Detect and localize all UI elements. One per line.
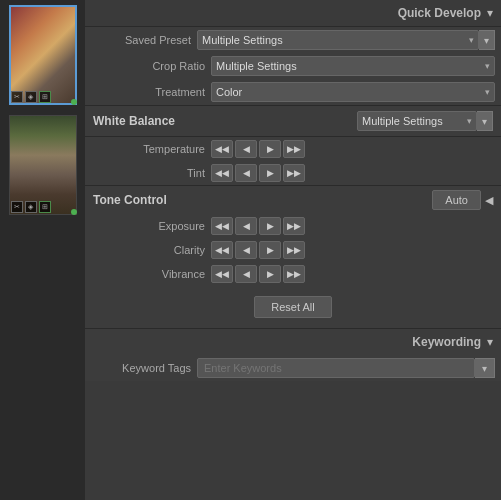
- temperature-prev-btn[interactable]: ◀: [235, 140, 257, 158]
- exposure-row: Exposure ◀◀ ◀ ▶ ▶▶: [85, 214, 501, 238]
- quick-develop-title: Quick Develop: [398, 6, 481, 20]
- badge-icon-1: ◈: [25, 91, 37, 103]
- crop-ratio-value: Multiple Settings: [216, 60, 482, 72]
- exposure-label: Exposure: [105, 220, 205, 232]
- tint-control: ◀◀ ◀ ▶ ▶▶: [211, 164, 495, 182]
- exposure-control: ◀◀ ◀ ▶ ▶▶: [211, 217, 495, 235]
- keywording-header: Keywording ▾: [85, 329, 501, 355]
- tone-control-row: Tone Control Auto ◀: [85, 186, 501, 214]
- white-balance-value: Multiple Settings: [362, 115, 464, 127]
- temperature-prev-prev-btn[interactable]: ◀◀: [211, 140, 233, 158]
- saved-preset-control: Multiple Settings ▾ ▾: [197, 30, 495, 50]
- temperature-control: ◀◀ ◀ ▶ ▶▶: [211, 140, 495, 158]
- clarity-prev-prev-btn[interactable]: ◀◀: [211, 241, 233, 259]
- green-dot-1: [71, 99, 77, 105]
- keyword-tags-control: ▾: [197, 358, 495, 378]
- saved-preset-section: Saved Preset Multiple Settings ▾ ▾ Crop …: [85, 27, 501, 106]
- clarity-row: Clarity ◀◀ ◀ ▶ ▶▶: [85, 238, 501, 262]
- white-balance-dropdown[interactable]: Multiple Settings ▾: [357, 111, 477, 131]
- white-balance-expand-btn[interactable]: ▾: [477, 111, 493, 131]
- white-balance-section: White Balance Multiple Settings ▾ ▾ Temp…: [85, 106, 501, 186]
- clarity-label: Clarity: [105, 244, 205, 256]
- clarity-next-btn[interactable]: ▶: [259, 241, 281, 259]
- exposure-prev-btn[interactable]: ◀: [235, 217, 257, 235]
- exposure-next-btn[interactable]: ▶: [259, 217, 281, 235]
- temperature-next-next-btn[interactable]: ▶▶: [283, 140, 305, 158]
- temperature-row: Temperature ◀◀ ◀ ▶ ▶▶: [85, 137, 501, 161]
- vibrance-next-btn[interactable]: ▶: [259, 265, 281, 283]
- thumbnail-item-2[interactable]: ✂ ◈ ⊞: [9, 115, 77, 215]
- clarity-next-next-btn[interactable]: ▶▶: [283, 241, 305, 259]
- vibrance-prev-btn[interactable]: ◀: [235, 265, 257, 283]
- saved-preset-label: Saved Preset: [91, 34, 191, 46]
- treatment-value: Color: [216, 86, 482, 98]
- temperature-label: Temperature: [105, 143, 205, 155]
- saved-preset-dropdown-arrow: ▾: [469, 35, 474, 45]
- tint-next-btn[interactable]: ▶: [259, 164, 281, 182]
- keyword-tags-row: Keyword Tags ▾: [85, 355, 501, 381]
- clarity-steppers: ◀◀ ◀ ▶ ▶▶: [211, 241, 305, 259]
- exposure-steppers: ◀◀ ◀ ▶ ▶▶: [211, 217, 305, 235]
- white-balance-title-row: White Balance Multiple Settings ▾ ▾: [85, 106, 501, 137]
- vibrance-row: Vibrance ◀◀ ◀ ▶ ▶▶: [85, 262, 501, 286]
- vibrance-prev-prev-btn[interactable]: ◀◀: [211, 265, 233, 283]
- reset-all-container: Reset All: [85, 286, 501, 328]
- tint-label: Tint: [105, 167, 205, 179]
- thumbnail-image-1: [9, 5, 77, 105]
- clarity-control: ◀◀ ◀ ▶ ▶▶: [211, 241, 495, 259]
- temperature-steppers: ◀◀ ◀ ▶ ▶▶: [211, 140, 305, 158]
- crop-icon-1: ✂: [11, 91, 23, 103]
- tone-control-section: Tone Control Auto ◀ Exposure ◀◀ ◀ ▶ ▶▶: [85, 186, 501, 329]
- treatment-dropdown[interactable]: Color ▾: [211, 82, 495, 102]
- vibrance-steppers: ◀◀ ◀ ▶ ▶▶: [211, 265, 305, 283]
- keywording-section: Keywording ▾ Keyword Tags ▾: [85, 329, 501, 381]
- crop-ratio-row: Crop Ratio Multiple Settings ▾: [85, 53, 501, 79]
- tint-row: Tint ◀◀ ◀ ▶ ▶▶: [85, 161, 501, 185]
- exposure-next-next-btn[interactable]: ▶▶: [283, 217, 305, 235]
- thumbnail-item-1[interactable]: ✂ ◈ ⊞: [9, 5, 77, 105]
- treatment-label: Treatment: [105, 86, 205, 98]
- tint-prev-btn[interactable]: ◀: [235, 164, 257, 182]
- tone-control-label: Tone Control: [93, 193, 432, 207]
- quick-develop-header: Quick Develop ▾: [85, 0, 501, 27]
- saved-preset-expand-btn[interactable]: ▾: [479, 30, 495, 50]
- saved-preset-value: Multiple Settings: [202, 34, 466, 46]
- crop-ratio-arrow: ▾: [485, 61, 490, 71]
- vibrance-label: Vibrance: [105, 268, 205, 280]
- adjustment-icon-2: ⊞: [39, 201, 51, 213]
- tone-control-auto-btn[interactable]: Auto: [432, 190, 481, 210]
- keyword-tags-label: Keyword Tags: [91, 362, 191, 374]
- temperature-next-btn[interactable]: ▶: [259, 140, 281, 158]
- saved-preset-dropdown[interactable]: Multiple Settings ▾: [197, 30, 479, 50]
- keyword-tags-expand-btn[interactable]: ▾: [475, 358, 495, 378]
- white-balance-label: White Balance: [93, 114, 357, 128]
- adjustment-icon-1: ⊞: [39, 91, 51, 103]
- vibrance-next-next-btn[interactable]: ▶▶: [283, 265, 305, 283]
- tone-control-expand-arrow[interactable]: ◀: [485, 194, 493, 207]
- tint-prev-prev-btn[interactable]: ◀◀: [211, 164, 233, 182]
- quick-develop-arrow[interactable]: ▾: [487, 6, 493, 20]
- crop-ratio-dropdown[interactable]: Multiple Settings ▾: [211, 56, 495, 76]
- keyword-tags-input[interactable]: [197, 358, 475, 378]
- treatment-arrow: ▾: [485, 87, 490, 97]
- green-dot-2: [71, 209, 77, 215]
- saved-preset-row: Saved Preset Multiple Settings ▾ ▾: [85, 27, 501, 53]
- keywording-title: Keywording: [412, 335, 481, 349]
- crop-icon-2: ✂: [11, 201, 23, 213]
- badge-icon-2: ◈: [25, 201, 37, 213]
- thumbnail-sidebar: ✂ ◈ ⊞ ✂ ◈ ⊞: [0, 0, 85, 500]
- tint-steppers: ◀◀ ◀ ▶ ▶▶: [211, 164, 305, 182]
- keywording-arrow[interactable]: ▾: [487, 335, 493, 349]
- reset-all-btn[interactable]: Reset All: [254, 296, 331, 318]
- treatment-row: Treatment Color ▾: [85, 79, 501, 105]
- right-panel: Quick Develop ▾ Saved Preset Multiple Se…: [85, 0, 501, 500]
- crop-ratio-label: Crop Ratio: [105, 60, 205, 72]
- vibrance-control: ◀◀ ◀ ▶ ▶▶: [211, 265, 495, 283]
- white-balance-dropdown-arrow: ▾: [467, 116, 472, 126]
- white-balance-dropdown-group: Multiple Settings ▾ ▾: [357, 111, 493, 131]
- tint-next-next-btn[interactable]: ▶▶: [283, 164, 305, 182]
- thumbnail-image-2: [9, 115, 77, 215]
- clarity-prev-btn[interactable]: ◀: [235, 241, 257, 259]
- treatment-control: Color ▾: [211, 82, 495, 102]
- exposure-prev-prev-btn[interactable]: ◀◀: [211, 217, 233, 235]
